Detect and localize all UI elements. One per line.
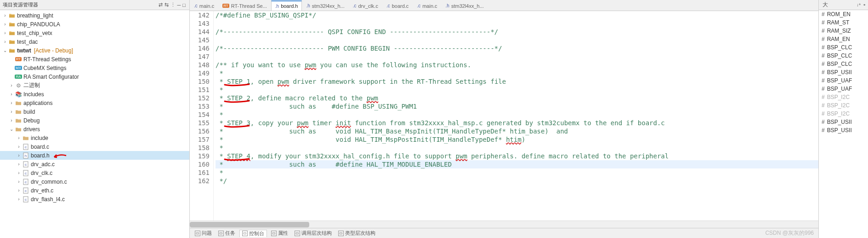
- tree-item-includes[interactable]: ›📚Includes: [0, 90, 189, 99]
- tree-item-board-h[interactable]: ›hboard.h: [0, 151, 189, 160]
- bottom-tab-调用层次结构[interactable]: ▭调用层次结构: [292, 230, 334, 237]
- outline-item[interactable]: #ROM_EN: [819, 10, 868, 18]
- editor: 1421431441451461471481491501511521531541…: [190, 11, 818, 221]
- tree-item-build[interactable]: ›build: [0, 107, 189, 116]
- tree-item-applications[interactable]: ›applications: [0, 99, 189, 107]
- tree-item--[interactable]: ›⚙二进制: [0, 81, 189, 90]
- outline-list[interactable]: #ROM_EN#RAM_ST#RAM_SIZ#RAM_EN#BSP_CLC#BS…: [819, 10, 868, 238]
- outline-item[interactable]: #BSP_CLC: [819, 52, 868, 60]
- tree-item-drv-flash-l4-c[interactable]: ›cdrv_flash_l4.c: [0, 195, 189, 203]
- tab-board-c[interactable]: .cboard.c: [382, 0, 413, 11]
- outline-item[interactable]: #BSP_USII: [819, 68, 868, 76]
- bottom-tab-类型层次结构[interactable]: ▭类型层次结构: [336, 230, 378, 237]
- tree-item-drv-common-c[interactable]: ›cdrv_common.c: [0, 177, 189, 186]
- editor-area: .cmain.cRTRT-Thread Se....hboard.h.hstm3…: [190, 0, 818, 238]
- close-panel-icon[interactable]: □: [182, 2, 186, 8]
- link-icon[interactable]: ⇆: [165, 2, 169, 8]
- outline-item[interactable]: #BSP_I2C: [819, 110, 868, 118]
- tab-main-c[interactable]: .cmain.c: [190, 0, 218, 11]
- editor-tabs: .cmain.cRTRT-Thread Se....hboard.h.hstm3…: [190, 0, 818, 11]
- tab-stm32l4xx-h-[interactable]: .hstm32l4xx_h...: [302, 0, 348, 11]
- outline-title: 大: [823, 1, 828, 9]
- outline-item[interactable]: #BSP_CLC: [819, 43, 868, 52]
- outline-item[interactable]: #BSP_USII: [819, 118, 868, 126]
- outline-header: 大 ↓ᵃ ⚬: [819, 0, 868, 10]
- tab-drv-clk-c[interactable]: .cdrv_clk.c: [349, 0, 382, 11]
- code-content[interactable]: /*#define BSP_USING_QSPI*//*------------…: [214, 11, 818, 221]
- explorer-header: 项目资源管理器 ⇄ ⇆ ⋮ ─ □: [0, 0, 189, 10]
- collapse-icon[interactable]: ⇄: [159, 2, 163, 8]
- tree-item-cubemx-settings[interactable]: MXCubeMX Settings: [0, 64, 189, 72]
- bottom-tab-控制台[interactable]: ▭控制台: [239, 230, 267, 237]
- tree-item-include[interactable]: ›include: [0, 134, 189, 142]
- tree-item-debug[interactable]: ›Debug: [0, 116, 189, 125]
- outline-item[interactable]: #BSP_CLC: [819, 60, 868, 68]
- outline-item[interactable]: #RAM_ST: [819, 18, 868, 27]
- menu-icon[interactable]: ⋮: [170, 2, 176, 8]
- tree-item-breathing-light[interactable]: ›breathing_light: [0, 11, 189, 20]
- svg-text:c: c: [25, 180, 27, 184]
- tree-item-drivers[interactable]: ⌄drivers: [0, 125, 189, 134]
- tree-item-drv-adc-c[interactable]: ›cdrv_adc.c: [0, 160, 189, 168]
- watermark: CSDN @灰灰的996: [765, 229, 814, 237]
- outline-item[interactable]: #BSP_UAF: [819, 76, 868, 85]
- outline-item[interactable]: #BSP_I2C: [819, 93, 868, 101]
- bottom-tab-任务[interactable]: ▭任务: [216, 230, 238, 237]
- outline-item[interactable]: #RAM_EN: [819, 35, 868, 43]
- tree-item-board-c[interactable]: ›cboard.c: [0, 142, 189, 151]
- tree-item-drv-clk-c[interactable]: ›cdrv_clk.c: [0, 168, 189, 177]
- tree-item-drv-eth-c[interactable]: ›cdrv_eth.c: [0, 186, 189, 195]
- tree-item-test-chip-vetx[interactable]: ›test_chip_vetx: [0, 29, 189, 37]
- outline-pane: 大 ↓ᵃ ⚬ #ROM_EN#RAM_ST#RAM_SIZ#RAM_EN#BSP…: [818, 0, 868, 238]
- outline-item[interactable]: #BSP_UAF: [819, 85, 868, 93]
- bottom-tab-属性[interactable]: ▭属性: [269, 230, 290, 237]
- project-explorer: 项目资源管理器 ⇄ ⇆ ⋮ ─ □ ›breathing_light›chip_…: [0, 0, 190, 238]
- explorer-title: 项目资源管理器: [3, 1, 38, 8]
- outline-item[interactable]: #BSP_I2C: [819, 101, 868, 110]
- tree-item-twtwt[interactable]: ⌄twtwt[Active - Debug]: [0, 46, 189, 55]
- horizontal-scrollbar[interactable]: [190, 221, 818, 228]
- tree-item-ra-smart-configurator[interactable]: RARA Smart Configurator: [0, 72, 189, 81]
- minimize-icon[interactable]: ─: [177, 2, 181, 8]
- sort-icon[interactable]: ↓ᵃ: [857, 2, 861, 7]
- tree-item-chip-panduola[interactable]: ›chip_PANDUOLA: [0, 20, 189, 29]
- outline-item[interactable]: #RAM_SIZ: [819, 27, 868, 35]
- bottom-tab-问题[interactable]: ▭问题: [193, 230, 214, 237]
- tab-board-h[interactable]: .hboard.h: [271, 0, 302, 11]
- tab-main-c[interactable]: .cmain.c: [413, 0, 441, 11]
- svg-text:h: h: [25, 154, 27, 158]
- svg-text:c: c: [25, 197, 27, 202]
- svg-text:c: c: [25, 189, 27, 193]
- line-gutter: 1421431441451461471481491501511521531541…: [190, 11, 214, 221]
- tab-stm32l4xx-h-[interactable]: .hstm32l4xx_h...: [442, 0, 488, 11]
- outline-item[interactable]: #BSP_USII: [819, 126, 868, 134]
- bottom-panel-tabs: ▭问题▭任务▭控制台▭属性▭调用层次结构▭类型层次结构: [190, 228, 818, 238]
- svg-text:c: c: [25, 145, 27, 149]
- svg-text:c: c: [25, 163, 27, 167]
- tree-item-rt-thread-settings[interactable]: RTRT-Thread Settings: [0, 55, 189, 64]
- tab-rt-thread-se-[interactable]: RTRT-Thread Se...: [218, 0, 271, 11]
- svg-text:c: c: [25, 171, 27, 175]
- file-tree[interactable]: ›breathing_light›chip_PANDUOLA›test_chip…: [0, 10, 189, 238]
- tree-item-test-dac[interactable]: ›test_dac: [0, 37, 189, 46]
- filter-icon[interactable]: ⚬: [862, 2, 866, 7]
